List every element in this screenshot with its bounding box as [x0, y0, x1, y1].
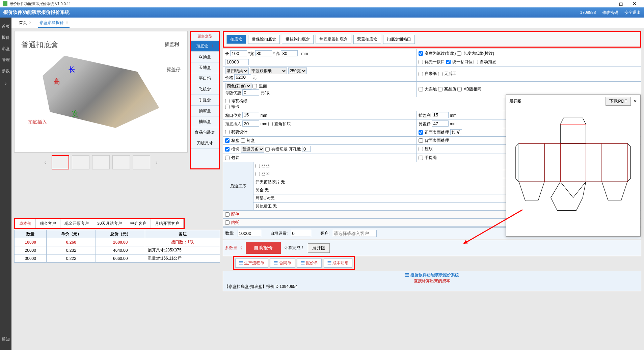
prio-joint-check[interactable]: 优先一接口 [419, 59, 445, 64]
inner-tray-check[interactable]: 内托 [225, 220, 239, 225]
doc-btn-flow[interactable]: 生产流程单 [235, 259, 268, 268]
big-field-check[interactable]: 大实地 [419, 87, 437, 91]
die-plate-check[interactable]: 有模切版 开孔数 [265, 147, 301, 152]
thumbnail[interactable] [112, 155, 130, 169]
thumbnail[interactable] [92, 155, 110, 169]
logout-link[interactable]: 安全退出 [624, 10, 641, 15]
hq-check[interactable]: 高品质 [438, 87, 456, 91]
paper-weight-select[interactable]: 250克 [288, 68, 307, 74]
box-type-item[interactable]: 抽屉盒 [191, 106, 219, 116]
nav-notice[interactable]: 通知 [2, 334, 10, 345]
close-button[interactable]: ✕ [628, 0, 641, 7]
box-type-item[interactable]: 手提盒 [191, 95, 219, 106]
box-type-item[interactable]: 抽纸盒 [191, 116, 219, 127]
thumbnail[interactable] [72, 155, 89, 169]
box-type-item[interactable]: 天地盒 [191, 62, 219, 73]
close-icon[interactable]: × [29, 20, 31, 25]
expand-diagram-button[interactable]: 展开图 [308, 243, 330, 253]
convex-check[interactable]: 凸凸 [256, 163, 270, 168]
self-paper-check[interactable]: 自来纸 [419, 71, 437, 76]
main-qty-input[interactable] [225, 59, 249, 65]
packing-check[interactable]: 包装 [225, 155, 239, 160]
tab-home[interactable]: 首页× [15, 18, 35, 28]
hand-rope-check[interactable]: 手提绳 [419, 155, 437, 160]
thumb-prev-icon[interactable]: ‹ [42, 157, 49, 168]
doc-btn-quote[interactable]: 报价单 [297, 259, 322, 268]
subtype-btn[interactable]: 带保险扣底盒 [248, 35, 280, 44]
glue-check[interactable]: 粘盒 [225, 138, 239, 143]
multi-qty-link[interactable]: 多数量 《 [225, 245, 242, 251]
auto-lock-check[interactable]: 自动扣底 [474, 59, 496, 64]
customer-tab[interactable]: 中介客户 [126, 219, 151, 228]
corrugated-check[interactable]: 裱瓦楞纸 [225, 99, 247, 103]
emboss-check[interactable]: 压纹 [419, 146, 433, 151]
box-type-item[interactable]: 刀版尺寸 [191, 138, 219, 149]
subtype-btn[interactable]: 扣底盒侧粘口 [383, 35, 415, 44]
paper-cat-select[interactable]: 常用纸类 [225, 68, 249, 74]
ab-same-check[interactable]: AB版相同 [457, 87, 481, 91]
box-type-item[interactable]: 食品包装盒 [191, 127, 219, 138]
box-type-item[interactable]: 扣底盒 [191, 41, 219, 52]
more-box-types[interactable]: 更多盒型 [191, 32, 219, 41]
customer-tab[interactable]: 30天月结客户 [93, 219, 126, 228]
customer-tab[interactable]: 现金客户 [36, 219, 60, 228]
doc-btn-cost[interactable]: 成本明细 [324, 259, 352, 268]
customer-tab[interactable]: 现金开票客户 [60, 219, 93, 228]
hole-count-input[interactable] [302, 146, 311, 152]
quote-button[interactable]: 自助报价 [246, 242, 281, 254]
minimize-button[interactable]: ─ [601, 0, 614, 7]
lock-insert-input[interactable] [242, 120, 259, 127]
color-select[interactable]: 四色(彩色) [225, 83, 251, 89]
price-input[interactable] [234, 74, 251, 80]
sidebar-expand-icon[interactable]: › [5, 80, 7, 87]
front-surface-val[interactable] [450, 129, 462, 135]
maximize-button[interactable]: ◻ [614, 0, 628, 7]
subtype-btn[interactable]: 带挂钩扣底盒 [282, 35, 314, 44]
nav-manage[interactable]: 管理 [2, 54, 10, 65]
length-input[interactable] [230, 50, 247, 56]
nav-colorbox[interactable]: 彩盒 [2, 43, 10, 54]
grain-vert-check[interactable]: 高度为纸纹(竖纹) [419, 51, 456, 56]
shipping-input[interactable] [291, 230, 311, 237]
wing-input[interactable] [432, 120, 449, 127]
subtype-btn[interactable]: 扣底盒 [226, 35, 246, 44]
mount-card-check[interactable]: 裱卡 [225, 104, 239, 109]
qty-input[interactable] [238, 230, 261, 237]
diecut-select[interactable]: 普通刀条 [241, 146, 264, 153]
back-surface-check[interactable]: 背面表面处理 [419, 138, 449, 143]
close-icon[interactable]: × [66, 20, 68, 25]
per-orig-input[interactable] [242, 89, 259, 96]
thumbnail[interactable] [52, 155, 69, 169]
concave-check[interactable]: 凸凹 [256, 171, 270, 176]
download-pdf-button[interactable]: 下载PDF [606, 97, 631, 106]
grain-horiz-check[interactable]: 长度为纸纹(横纹) [457, 51, 494, 56]
width-input[interactable] [255, 50, 272, 56]
front-surface-check[interactable]: 正面表面处理 [419, 130, 449, 135]
diecut-check[interactable]: 模切 [225, 147, 239, 152]
no-post-check[interactable]: 无后工 [438, 71, 456, 76]
lid-input[interactable] [432, 112, 449, 118]
change-password-link[interactable]: 修改密码 [602, 10, 618, 15]
tab-colorbox-quote[interactable]: 彩盒彩箱报价× [35, 18, 72, 28]
customer-tab[interactable]: 月结开票客户 [151, 219, 184, 228]
right-angle-check[interactable]: 直角扣底 [268, 122, 291, 126]
subtype-btn[interactable]: 带固定盖扣底盒 [316, 35, 351, 44]
box-type-item[interactable]: 平口箱 [191, 73, 219, 84]
box-type-item[interactable]: 飞机盒 [191, 84, 219, 95]
box-type-item[interactable]: 双插盒 [191, 52, 219, 62]
inside-check[interactable]: 里面 [252, 84, 267, 88]
customer-input[interactable] [333, 230, 377, 237]
popup-close-icon[interactable]: ✕ [634, 99, 637, 104]
unify-paste-check[interactable]: 统一粘口位 [446, 59, 473, 64]
nail-check[interactable]: 钉盒 [241, 138, 255, 143]
customer-tab[interactable]: 成本价 [15, 219, 36, 228]
paper-name-select[interactable]: 宁波双铜纸 [250, 68, 287, 74]
thumbnail[interactable] [133, 155, 150, 169]
nav-quote[interactable]: 报价 [2, 32, 10, 43]
height-input[interactable] [281, 50, 298, 56]
doc-btn-contract[interactable]: 合同单 [270, 259, 295, 268]
thumb-next-icon[interactable]: › [153, 157, 160, 168]
nav-home[interactable]: 首页 [2, 21, 10, 32]
accessory-check[interactable]: 配件 [225, 212, 239, 217]
nav-params[interactable]: 参数 [2, 65, 10, 77]
